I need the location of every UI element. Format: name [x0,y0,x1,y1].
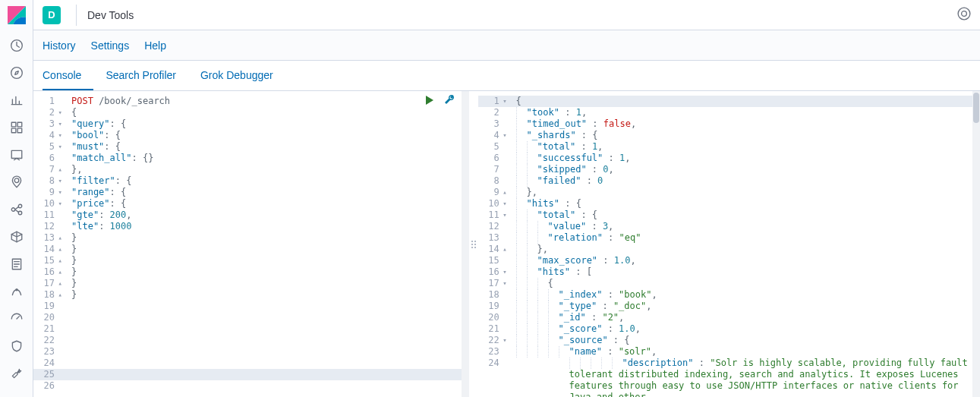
response-viewer: {"took" : 1,"timed_out" : false,"_shards… [512,91,980,397]
recent-icon[interactable] [0,32,33,59]
svg-rect-2 [11,122,16,127]
svg-point-10 [18,211,22,215]
svg-point-1 [11,68,22,79]
request-options-button[interactable] [443,94,455,109]
tab-search-profiler[interactable]: Search Profiler [93,61,188,90]
dev-tools-icon[interactable] [0,360,33,387]
visualize-icon[interactable] [0,87,33,114]
request-scrollbar[interactable] [462,91,469,397]
svg-rect-4 [11,128,16,133]
global-nav-sidebar [0,0,33,397]
request-editor[interactable]: POST /book/_search{"query": {"bool": {"m… [67,91,469,397]
request-line-gutter: 12▾3▾4▾5▾67▴8▾9▾10▾111213▴14▴15▴16▴17▴18… [33,91,67,397]
kibana-logo-icon[interactable] [8,6,26,24]
tab-console[interactable]: Console [43,61,93,90]
response-scrollbar[interactable] [972,91,980,397]
svg-point-7 [14,178,19,183]
response-line-gutter: 1▾234▾56789▴10▾11▾121314▴1516▾17▾1819202… [478,91,512,397]
svg-point-13 [958,8,970,20]
maps-icon[interactable] [0,169,33,196]
uptime-icon[interactable] [0,305,33,332]
svg-rect-6 [11,150,22,158]
pane-splitter[interactable] [469,91,478,397]
tab-grok-debugger[interactable]: Grok Debugger [188,61,285,90]
request-action-toolbar [424,94,455,109]
app-badge: D [43,6,61,24]
svg-point-14 [962,11,967,17]
canvas-icon[interactable] [0,141,33,169]
discover-icon[interactable] [0,59,33,87]
svg-rect-5 [17,128,22,133]
svg-point-18 [474,244,476,245]
svg-rect-3 [17,122,22,127]
svg-point-9 [18,204,22,208]
divider [76,5,77,26]
help-link[interactable]: Help [137,39,174,52]
devtools-tabs: Console Search Profiler Grok Debugger [33,61,980,91]
ml-icon[interactable] [0,196,33,223]
apm-icon[interactable] [0,278,33,305]
console-menu-bar: History Settings Help [33,30,980,61]
response-scrollbar-thumb[interactable] [973,93,979,123]
siem-icon[interactable] [0,332,33,360]
infrastructure-icon[interactable] [0,223,33,250]
request-editor-pane[interactable]: 12▾3▾4▾5▾67▴8▾9▾10▾111213▴14▴15▴16▴17▴18… [33,91,469,397]
svg-point-16 [474,241,476,242]
history-link[interactable]: History [43,39,84,52]
svg-point-17 [471,244,473,245]
settings-link[interactable]: Settings [84,39,137,52]
response-viewer-pane[interactable]: 1▾234▾56789▴10▾11▾121314▴1516▾17▾1819202… [478,91,980,397]
svg-point-19 [471,247,473,248]
logs-icon[interactable] [0,250,33,278]
run-request-button[interactable] [424,94,436,109]
dashboard-icon[interactable] [0,114,33,141]
svg-point-20 [474,247,476,248]
svg-point-15 [471,241,473,242]
help-icon[interactable] [957,7,971,23]
page-title: Dev Tools [87,9,134,21]
breadcrumb-bar: D Dev Tools [33,0,980,30]
